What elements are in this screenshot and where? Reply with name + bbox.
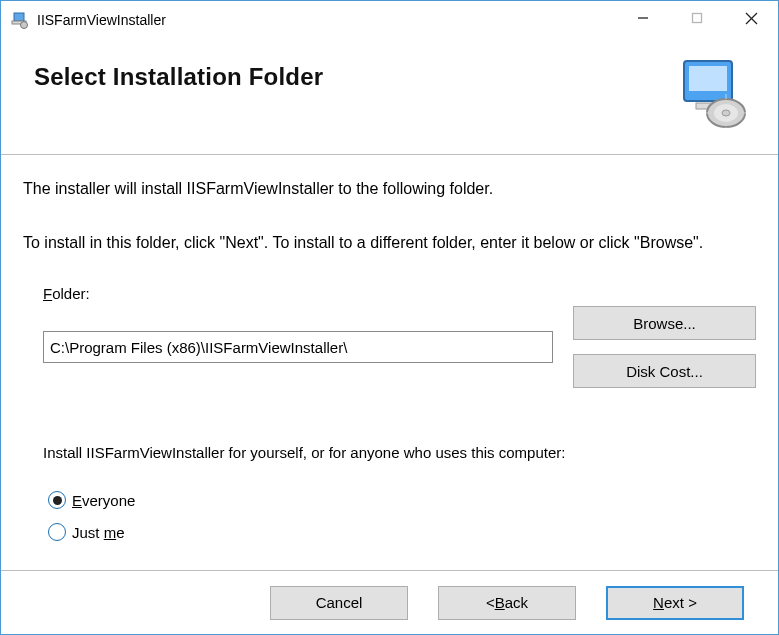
svg-rect-4 — [693, 14, 702, 23]
folder-path-input[interactable] — [43, 331, 553, 363]
wizard-footer: Cancel < Back Next > — [1, 570, 778, 634]
radio-checked-icon — [48, 491, 66, 509]
install-for-label: Install IISFarmViewInstaller for yoursel… — [43, 444, 756, 461]
wizard-header: Select Installation Folder — [1, 39, 778, 155]
svg-point-2 — [21, 22, 28, 29]
minimize-button[interactable] — [616, 1, 670, 35]
window-controls — [616, 1, 778, 39]
folder-row: Browse... Disk Cost... — [43, 306, 756, 388]
radio-unchecked-icon — [48, 523, 66, 541]
page-title: Select Installation Folder — [34, 63, 323, 91]
computer-disc-icon — [678, 57, 748, 132]
install-scope-radios: Everyone Just me — [48, 491, 756, 541]
folder-label: Folder: — [43, 285, 756, 302]
browse-button[interactable]: Browse... — [573, 306, 756, 340]
radio-just-me[interactable]: Just me — [48, 523, 756, 541]
wizard-body: The installer will install IISFarmViewIn… — [1, 155, 778, 570]
app-installer-icon — [11, 11, 29, 29]
window-title: IISFarmViewInstaller — [37, 12, 616, 28]
close-button[interactable] — [724, 1, 778, 35]
svg-rect-0 — [14, 13, 24, 21]
next-button[interactable]: Next > — [606, 586, 744, 620]
svg-rect-8 — [689, 66, 727, 91]
disk-cost-button[interactable]: Disk Cost... — [573, 354, 756, 388]
intro-text-1: The installer will install IISFarmViewIn… — [23, 177, 756, 201]
cancel-button[interactable]: Cancel — [270, 586, 408, 620]
titlebar: IISFarmViewInstaller — [1, 1, 778, 39]
svg-point-12 — [722, 110, 730, 116]
back-button[interactable]: < Back — [438, 586, 576, 620]
intro-text-2: To install in this folder, click "Next".… — [23, 231, 756, 255]
installer-window: IISFarmViewInstaller Select Installation… — [0, 0, 779, 635]
maximize-button — [670, 1, 724, 35]
radio-everyone[interactable]: Everyone — [48, 491, 756, 509]
